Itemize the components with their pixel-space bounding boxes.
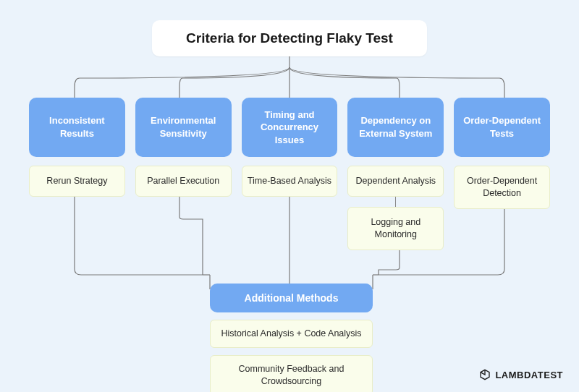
method-box: Order-Dependent Detection <box>454 166 550 209</box>
column-external-dependency: Dependency on External System Dependent … <box>347 98 444 250</box>
diagram-canvas: Criteria for Detecting Flaky Test Incons… <box>0 0 579 392</box>
lambdatest-icon <box>479 369 491 380</box>
category-box: Environmental Sensitivity <box>135 98 232 157</box>
method-box: Time-Based Analysis <box>242 166 338 197</box>
method-box: Rerun Strategy <box>29 166 125 197</box>
connector-line <box>395 197 396 207</box>
method-box: Historical Analysis + Code Analysis <box>210 320 373 348</box>
category-box-additional: Additional Methods <box>210 284 373 312</box>
column-environmental-sensitivity: Environmental Sensitivity Parallel Execu… <box>135 98 232 250</box>
column-order-dependent: Order-Dependent Tests Order-Dependent De… <box>454 98 550 250</box>
column-timing-concurrency: Timing and Concurrency Issues Time-Based… <box>242 98 338 250</box>
category-box: Timing and Concurrency Issues <box>242 98 338 157</box>
category-box: Inconsistent Results <box>29 98 125 157</box>
category-row: Inconsistent Results Rerun Strategy Envi… <box>29 98 550 250</box>
method-box: Community Feedback and Crowdsourcing <box>210 355 373 392</box>
category-box: Order-Dependent Tests <box>454 98 550 157</box>
brand-logo: LAMBDATEST <box>479 369 563 380</box>
method-box: Logging and Monitoring <box>347 207 444 250</box>
category-box: Dependency on External System <box>347 98 444 157</box>
brand-label: LAMBDATEST <box>495 370 563 380</box>
method-box: Parallel Execution <box>135 166 232 197</box>
method-box: Dependent Analysis <box>347 166 444 197</box>
additional-methods-group: Additional Methods Historical Analysis +… <box>210 284 373 392</box>
diagram-title: Criteria for Detecting Flaky Test <box>152 20 427 56</box>
column-inconsistent-results: Inconsistent Results Rerun Strategy <box>29 98 125 250</box>
